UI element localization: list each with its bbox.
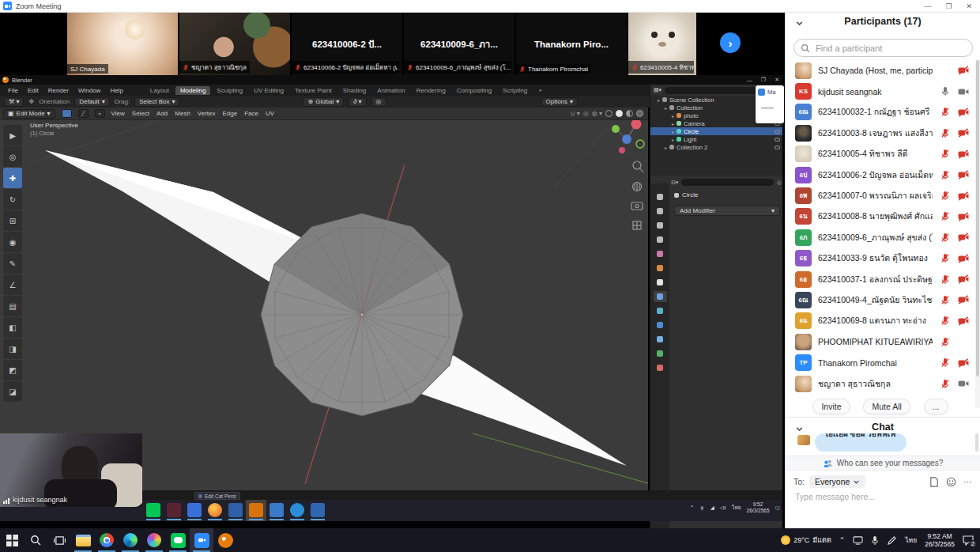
- menu-window[interactable]: Window: [78, 87, 100, 94]
- app-blue-icon[interactable]: [311, 503, 325, 517]
- rotate-tool[interactable]: ↻: [3, 189, 22, 210]
- photos-taskbar-icon[interactable]: [142, 528, 166, 552]
- eye-icon[interactable]: [775, 146, 780, 149]
- video-tile[interactable]: Thanakorn Piro...Thanakorn Piromchai: [516, 13, 627, 75]
- workspace-tab-+[interactable]: +: [533, 86, 547, 95]
- menu-edit[interactable]: Edit: [28, 87, 39, 94]
- participant-row[interactable]: KSkijdusit seangnak: [786, 81, 975, 101]
- properties-tab-12[interactable]: [654, 362, 667, 373]
- participant-row[interactable]: 6ณ623410049-4_ณัฐดนัย วินทะไชย: [786, 289, 975, 310]
- minimize-icon[interactable]: —: [924, 2, 931, 10]
- display-icon[interactable]: [853, 536, 863, 545]
- workspace-tab-compositing[interactable]: Compositing: [452, 86, 496, 95]
- participant-row[interactable]: ชญาดา สุธาวณิชกุล: [786, 373, 975, 394]
- explorer-taskbar-icon[interactable]: [71, 528, 95, 552]
- inset-tool[interactable]: ◧: [3, 317, 22, 338]
- emoji-icon[interactable]: [946, 477, 956, 487]
- properties-tab-3[interactable]: [654, 234, 667, 245]
- chat-scrollbar[interactable]: [975, 433, 978, 452]
- video-tile[interactable]: 623410006-2 ปั...623410006-2 ปัญจพล อ่อเ…: [292, 13, 402, 75]
- properties-tab-7-modifier-wrench-icon[interactable]: [654, 291, 667, 302]
- start-button[interactable]: [0, 528, 24, 552]
- outliner-row-collection-2[interactable]: ▸Collection 2: [650, 143, 782, 151]
- viewport-menu-uv[interactable]: UV: [266, 110, 274, 117]
- participant-row[interactable]: 6น623410008-8 นายพุฒิพงศ์ ศักแสน: [786, 206, 975, 227]
- bevel-tool[interactable]: ◨: [3, 338, 22, 359]
- properties-tab-2[interactable]: [654, 220, 667, 231]
- weather-widget[interactable]: 29°C มีแดด: [781, 535, 831, 546]
- chat-privacy-notice[interactable]: Who can see your messages?: [786, 456, 980, 471]
- video-tile[interactable]: 623410009-6_ภา...623410009-6_ภาณุพงษ์ สุ…: [404, 13, 514, 75]
- language-indicator[interactable]: ไทย: [905, 535, 917, 546]
- participant-row[interactable]: 6ธ623410033-9 ธนวัต ตุ้โพนทอง: [786, 248, 975, 269]
- viewport-menu-vertex[interactable]: Vertex: [198, 110, 216, 117]
- properties-tab-10[interactable]: [654, 334, 667, 345]
- participants-scrollbar[interactable]: [975, 60, 980, 408]
- scale-tool[interactable]: ⊞: [3, 210, 22, 231]
- next-page-button[interactable]: ›: [720, 32, 741, 53]
- select-box-tool[interactable]: ▶: [3, 125, 22, 146]
- pen-icon[interactable]: [887, 535, 897, 546]
- video-tile[interactable]: 623410005-4 ทิชาพร ลีดี: [628, 13, 696, 75]
- zoom-taskbar-icon[interactable]: [190, 528, 213, 552]
- properties-tab-6[interactable]: [654, 277, 667, 288]
- measure-tool[interactable]: ∠: [3, 274, 22, 295]
- properties-tab-5[interactable]: [654, 263, 667, 274]
- task-view-button[interactable]: [47, 528, 71, 552]
- search-button[interactable]: [24, 528, 47, 552]
- clock[interactable]: 9:52 AM 26/3/2565: [925, 532, 955, 548]
- properties-tab-4[interactable]: [654, 248, 667, 259]
- line-icon[interactable]: [146, 503, 160, 517]
- add-modifier-dropdown[interactable]: Add Modifier▾: [674, 206, 780, 216]
- participant-row[interactable]: 6พ623410007-0 พรรณนิภา ผลเจริญ: [786, 185, 975, 206]
- chat-app-icon[interactable]: [270, 503, 284, 517]
- outliner-row-light[interactable]: ▸Light: [650, 135, 782, 143]
- participant-row[interactable]: 6แ623410069-8 แตรนภา ทะอ่าง: [786, 311, 975, 331]
- tray-mic-icon[interactable]: [871, 535, 879, 546]
- properties-tab-1[interactable]: [654, 206, 667, 217]
- action-center[interactable]: 2: [963, 535, 974, 546]
- chrome-taskbar-icon[interactable]: [95, 528, 119, 552]
- blender-taskbar-icon[interactable]: [213, 528, 237, 552]
- participant-row[interactable]: 6อ623410037-1 อลงกรณ์ ประดิษฐวงษ์: [786, 269, 975, 289]
- workspace-tab-shading[interactable]: Shading: [338, 86, 371, 95]
- app-a-icon[interactable]: [228, 503, 243, 517]
- participant-row[interactable]: SJ Chayada (Host, me, participant ID: 14…: [786, 60, 975, 81]
- eye-icon[interactable]: [775, 130, 780, 134]
- menu-render[interactable]: Render: [48, 87, 69, 94]
- file-attach-icon[interactable]: [929, 477, 939, 487]
- viewport-menu-view[interactable]: View: [111, 110, 125, 117]
- close-icon[interactable]: ✕: [966, 2, 972, 10]
- move-tool[interactable]: ✚: [3, 168, 22, 188]
- workspace-tab-rendering[interactable]: Rendering: [412, 86, 450, 95]
- viewport-menu-select[interactable]: Select: [132, 110, 149, 117]
- recipient-dropdown[interactable]: Everyone: [809, 475, 865, 488]
- recorder-icon[interactable]: [167, 503, 181, 517]
- tray-chevron-icon[interactable]: ⌃: [839, 536, 846, 544]
- blender-taskbar-icon[interactable]: [249, 503, 263, 517]
- extrude-tool[interactable]: ▤: [3, 296, 22, 316]
- participant-row[interactable]: 623410003-8 เจษฎาพร แสงสีงาม: [786, 123, 975, 143]
- properties-tab-8[interactable]: [654, 305, 667, 316]
- workspace-tab-uv-editing[interactable]: UV Editing: [249, 86, 288, 95]
- mute-all-button[interactable]: Mute All: [863, 399, 910, 414]
- menu-help[interactable]: Help: [110, 87, 122, 94]
- viewport-menu-edge[interactable]: Edge: [223, 110, 238, 117]
- properties-tab-9[interactable]: [654, 319, 667, 331]
- viewport-menu-add[interactable]: Add: [156, 110, 168, 117]
- properties-tab-11[interactable]: [654, 348, 667, 359]
- participant-row[interactable]: 6ภ623410009-6_ภาณุพงษ์ สุขส่ง (โอม): [786, 227, 975, 248]
- chat-more-icon[interactable]: ⋯: [963, 477, 973, 487]
- workspace-tab-scripting[interactable]: Scripting: [498, 86, 532, 95]
- loopcut-tool[interactable]: ◩: [3, 360, 22, 380]
- workspace-tab-modeling[interactable]: Modeling: [175, 86, 210, 95]
- participant-search-input[interactable]: [814, 43, 966, 54]
- chat-message-input[interactable]: [793, 490, 971, 520]
- viewport-menu-face[interactable]: Face: [244, 110, 258, 117]
- viewport-menu-mesh[interactable]: Mesh: [175, 110, 190, 117]
- notification-popup[interactable]: Ma: [756, 85, 784, 123]
- cursor-tool[interactable]: ◎: [3, 146, 22, 167]
- participant-row[interactable]: PHOOMIPHAT KITUEAWIRIYA: [786, 331, 975, 352]
- invite-button[interactable]: Invite: [812, 399, 850, 414]
- participant-row[interactable]: 6ป623410006-2 ปัญจพล อ่อนเม็ดหา: [786, 164, 975, 185]
